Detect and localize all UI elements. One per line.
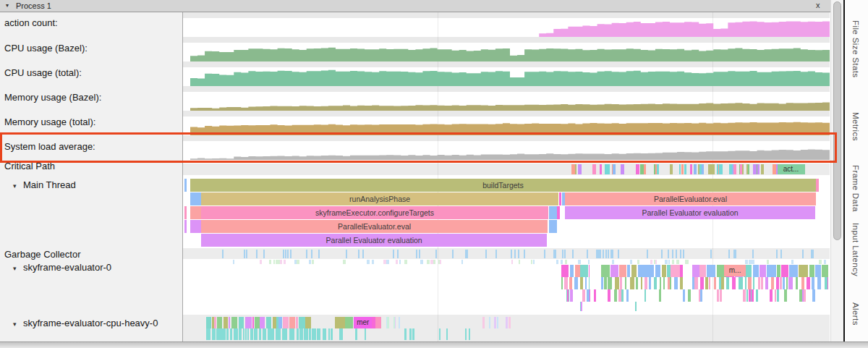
trace-tick[interactable] [581, 302, 582, 311]
trace-tick[interactable] [612, 250, 613, 258]
trace-tick[interactable] [214, 317, 216, 328]
trace-tick[interactable] [598, 250, 600, 258]
trace-tick[interactable] [676, 250, 677, 258]
trace-tick[interactable] [657, 164, 659, 174]
trace-tick[interactable] [273, 260, 275, 264]
trace-tick[interactable] [680, 277, 683, 289]
trace-tick[interactable] [427, 260, 430, 264]
trace-tick[interactable] [627, 265, 631, 277]
trace-tick[interactable] [544, 250, 545, 258]
trace-tick[interactable] [279, 260, 281, 264]
trace-tick[interactable] [812, 250, 814, 258]
trace-tick[interactable] [318, 250, 320, 258]
trace-tick[interactable] [580, 265, 588, 277]
trace-tick[interactable] [761, 164, 764, 174]
trace-slice[interactable]: runAnalysisPhase [201, 192, 558, 205]
trace-tick[interactable] [663, 277, 665, 289]
trace-tick[interactable] [588, 260, 590, 264]
slice-badge[interactable]: mer [354, 317, 372, 328]
vertical-scrollbar-thumb[interactable] [833, 1, 841, 240]
trace-tick[interactable] [613, 164, 615, 174]
trace-tick[interactable] [804, 289, 806, 302]
trace-tick[interactable] [799, 265, 808, 277]
trace-tick[interactable] [567, 289, 569, 302]
trace-tick[interactable] [254, 328, 258, 340]
trace-tick[interactable] [594, 289, 597, 302]
trace-tick[interactable] [222, 250, 224, 258]
trace-tick[interactable] [788, 277, 793, 289]
trace-tick[interactable] [694, 277, 698, 289]
trace-tick[interactable] [439, 328, 441, 340]
trace-tick[interactable] [346, 250, 347, 258]
trace-tick[interactable] [306, 250, 307, 258]
trace-tick[interactable] [752, 260, 754, 264]
trace-tick[interactable] [304, 328, 309, 340]
trace-tick[interactable] [667, 265, 671, 277]
trace-tick[interactable] [749, 289, 751, 302]
trace-tick[interactable] [452, 250, 454, 258]
trace-tick[interactable] [564, 250, 566, 258]
trace-tick[interactable] [728, 250, 730, 258]
trace-tick[interactable] [681, 164, 684, 174]
trace-tick[interactable] [561, 277, 563, 289]
trace-tick[interactable] [246, 250, 247, 258]
trace-tick[interactable] [683, 250, 684, 258]
trace-tick[interactable] [641, 277, 642, 289]
trace-tick[interactable] [654, 277, 657, 289]
trace-tick[interactable] [665, 260, 668, 264]
trace-tick[interactable] [636, 164, 639, 174]
trace-tick[interactable] [233, 260, 234, 264]
trace-tick[interactable] [748, 277, 752, 289]
trace-tick[interactable] [780, 250, 782, 258]
trace-tick[interactable] [796, 277, 798, 289]
process-header[interactable]: ▾ Process 1 x [0, 0, 830, 12]
trace-tick[interactable] [726, 277, 729, 289]
trace-tick[interactable] [365, 328, 366, 340]
trace-tick[interactable] [287, 250, 289, 258]
trace-tick[interactable] [644, 289, 647, 302]
trace-tick[interactable] [278, 328, 281, 340]
trace-tick[interactable] [721, 277, 724, 289]
counter-chart-cpu-usage-bazel[interactable] [190, 43, 830, 61]
trace-tick[interactable] [585, 277, 587, 289]
trace-tick[interactable] [671, 265, 679, 277]
counter-chart-memory-usage-total[interactable] [190, 116, 830, 135]
trace-tick[interactable] [610, 265, 618, 277]
trace-tick[interactable] [305, 317, 311, 328]
trace-tick[interactable] [231, 317, 237, 328]
trace-tick[interactable] [578, 260, 581, 264]
trace-tick[interactable] [668, 250, 669, 258]
trace-tick[interactable] [569, 277, 573, 289]
trace-slice[interactable]: Parallel Evaluator evaluation [565, 206, 815, 219]
trace-tick[interactable] [680, 265, 682, 277]
trace-tick[interactable] [435, 250, 437, 258]
trace-tick[interactable] [601, 277, 603, 289]
trace-tick[interactable] [760, 265, 766, 277]
trace-tick[interactable] [430, 260, 433, 264]
trace-tick[interactable] [719, 164, 722, 174]
trace-tick[interactable] [761, 277, 762, 289]
trace-tick[interactable] [786, 277, 788, 289]
tab-frame-data[interactable]: Frame Data [851, 165, 860, 212]
trace-tick[interactable] [565, 260, 568, 264]
trace-tick[interactable] [717, 289, 719, 302]
trace-slice[interactable]: skyframeExecutor.configureTargets [201, 206, 548, 219]
trace-tick[interactable] [277, 260, 280, 264]
trace-tick[interactable] [343, 260, 345, 264]
trace-tick[interactable] [358, 250, 359, 258]
trace-tick[interactable] [396, 260, 398, 264]
trace-tick[interactable] [753, 277, 755, 289]
trace-tick[interactable] [712, 164, 715, 174]
trace-tick[interactable] [608, 277, 612, 289]
trace-tick[interactable] [283, 317, 289, 328]
trace-tick[interactable] [603, 250, 604, 258]
trace-tick[interactable] [637, 260, 640, 264]
trace-tick[interactable] [221, 328, 226, 340]
trace-slice[interactable] [559, 192, 561, 205]
trace-tick[interactable] [802, 250, 804, 258]
trace-tick[interactable] [263, 250, 265, 258]
trace-tick[interactable] [749, 260, 751, 264]
collapse-icon[interactable]: ▾ [13, 321, 23, 328]
trace-tick[interactable] [404, 328, 406, 340]
trace-tick[interactable] [226, 328, 229, 340]
